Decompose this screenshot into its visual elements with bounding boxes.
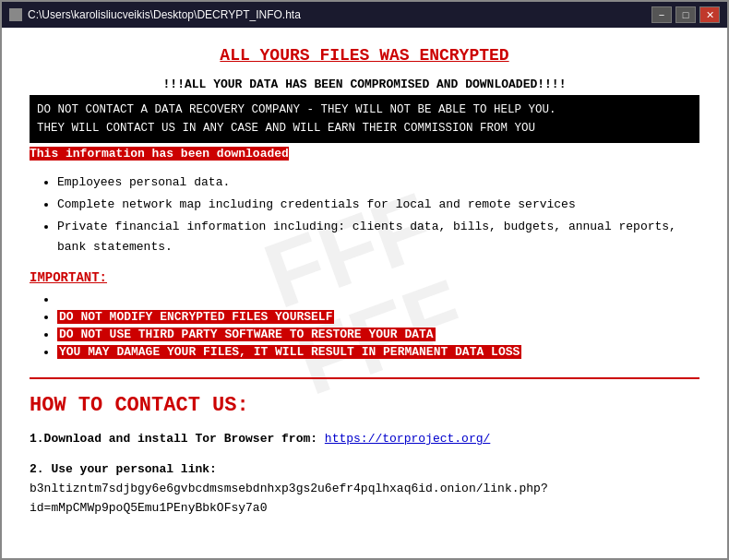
downloaded-line: This information has been downloaded bbox=[30, 145, 699, 161]
bullet-item-2: Complete network map including credentia… bbox=[57, 195, 699, 215]
step2-link: b3nltizntm7sdjbgy6e6gvbcdmsmsebdnhxp3gs2… bbox=[30, 482, 548, 515]
bullet-item-3: Private financial information including:… bbox=[57, 217, 699, 257]
tor-link[interactable]: https://torproject.org/ bbox=[325, 432, 490, 446]
close-button[interactable]: ✕ bbox=[699, 6, 720, 23]
window-title: C:\Users\karolisliucveikis\Desktop\DECRY… bbox=[28, 8, 301, 21]
title-bar: C:\Users\karolisliucveikis\Desktop\DECRY… bbox=[2, 2, 727, 28]
step2-text: 2. Use your personal link: b3nltizntm7sd… bbox=[30, 460, 699, 518]
contact-heading: HOW TO CONTACT US: bbox=[30, 394, 699, 417]
black-box-line1: DO NOT CONTACT A DATA RECOVERY COMPANY -… bbox=[37, 101, 692, 119]
info-bullet-list: Employees personal data. Complete networ… bbox=[57, 173, 699, 257]
minimize-button[interactable]: − bbox=[651, 6, 672, 23]
step1-prefix: 1.Download and install Tor Browser from: bbox=[30, 432, 325, 446]
important-item-3: YOU MAY DAMAGE YOUR FILES, IT WILL RESUL… bbox=[57, 345, 699, 359]
black-box-line2: THEY WILL CONTACT US IN ANY CASE AND WIL… bbox=[37, 119, 692, 137]
important-empty-bullet bbox=[57, 292, 699, 306]
window-icon bbox=[9, 8, 22, 21]
black-box-warning: DO NOT CONTACT A DATA RECOVERY COMPANY -… bbox=[30, 95, 699, 143]
important-label: IMPORTANT: bbox=[30, 270, 699, 285]
title-bar-left: C:\Users\karolisliucveikis\Desktop\DECRY… bbox=[9, 8, 301, 21]
exclaim-line: !!!ALL YOUR DATA HAS BEEN COMPROMISED AN… bbox=[30, 77, 699, 91]
important-item-1: DO NOT MODIFY ENCRYPTED FILES YOURSELF bbox=[57, 310, 699, 324]
important-item-2: DO NOT USE THIRD PARTY SOFTWARE TO RESTO… bbox=[57, 328, 699, 341]
section-divider bbox=[30, 377, 699, 379]
downloaded-text: This information has been downloaded bbox=[30, 147, 289, 161]
step2-line1: 2. Use your personal link: bbox=[30, 462, 217, 476]
content-inner: ALL YOURS FILES WAS ENCRYPTED !!!ALL YOU… bbox=[30, 46, 699, 518]
main-title: ALL YOURS FILES WAS ENCRYPTED bbox=[30, 46, 699, 65]
step1-text: 1.Download and install Tor Browser from:… bbox=[30, 430, 699, 449]
title-bar-buttons: − □ ✕ bbox=[651, 6, 720, 23]
content-area: FFFFFF ALL YOURS FILES WAS ENCRYPTED !!!… bbox=[2, 28, 727, 558]
main-window: C:\Users\karolisliucveikis\Desktop\DECRY… bbox=[0, 0, 729, 560]
bullet-item-1: Employees personal data. bbox=[57, 173, 699, 193]
important-list: DO NOT MODIFY ENCRYPTED FILES YOURSELF D… bbox=[57, 292, 699, 359]
maximize-button[interactable]: □ bbox=[675, 6, 696, 23]
